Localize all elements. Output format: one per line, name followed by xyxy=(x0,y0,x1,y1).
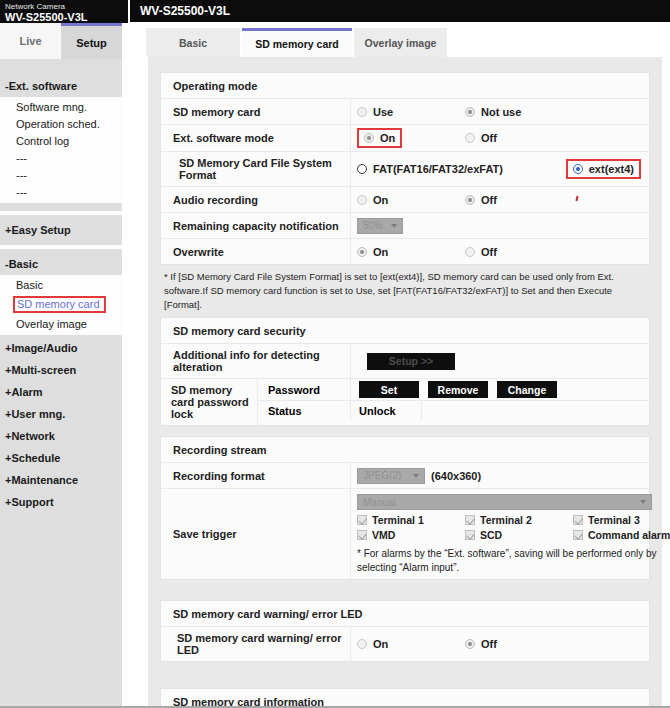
radio-option-off[interactable]: Off xyxy=(465,132,573,144)
sidebar-section-basic[interactable]: -Basic xyxy=(0,253,122,275)
model-name-left: WV-S25500-V3L xyxy=(5,11,128,23)
radio-audio-off-selected[interactable] xyxy=(465,195,475,205)
password-label: Password xyxy=(258,379,351,400)
sidebar-section-easy-setup[interactable]: +Easy Setup xyxy=(0,219,122,241)
radio-option-audio-off[interactable]: Off xyxy=(465,194,573,206)
save-trigger-dropdown[interactable]: Manual xyxy=(357,494,652,510)
model-name-main: WV-S25500-V3L xyxy=(140,4,230,18)
radio-option-led-on[interactable]: On xyxy=(357,638,465,650)
checkbox-terminal2[interactable]: Terminal 2 xyxy=(465,514,573,526)
radio-option-fat[interactable]: FAT(FAT16/FAT32/exFAT) xyxy=(357,163,503,175)
main-title-bar: WV-S25500-V3L xyxy=(130,0,670,22)
tab-overlay-image[interactable]: Overlay image xyxy=(354,28,447,57)
sd-memory-card-label: SD memory card xyxy=(161,99,351,124)
status-value: Unlock xyxy=(351,401,422,421)
sidebar-section-alarm[interactable]: +Alarm xyxy=(0,381,122,403)
operating-mode-table: Operating mode SD memory card Use Not us… xyxy=(160,72,650,265)
password-lock-label: SD memory card password lock xyxy=(161,379,258,425)
sidebar-section-multi-screen[interactable]: +Multi-screen xyxy=(0,359,122,381)
checkbox-command-alarm[interactable]: Command alarm xyxy=(573,529,670,541)
led-table: SD memory card warning/ error LED SD mem… xyxy=(160,600,650,662)
sidebar-item-software-mng[interactable]: Software mng. xyxy=(0,99,122,116)
row-save-trigger: Save trigger Manual Terminal 1 Terminal … xyxy=(161,488,649,579)
sidebar-section-image-audio[interactable]: +Image/Audio xyxy=(0,335,122,359)
save-trigger-checkboxes: Terminal 1 Terminal 2 Terminal 3 VMD SCD… xyxy=(357,514,670,544)
sidebar-section-maintenance[interactable]: +Maintenance xyxy=(0,469,122,491)
sidebar-item-overlay-image[interactable]: Overlay image xyxy=(0,316,122,333)
password-change-button[interactable]: Change xyxy=(497,381,557,398)
capacity-notification-dropdown[interactable]: 50% xyxy=(357,218,403,234)
radio-led-on[interactable] xyxy=(357,639,367,649)
sidebar-group-ext-software: Software mng. Operation sched. Control l… xyxy=(0,97,122,203)
sidebar-item-sd-memory-card[interactable]: SD memory card xyxy=(0,294,122,316)
radio-fat[interactable] xyxy=(357,164,367,174)
checkbox-icon[interactable] xyxy=(573,530,583,540)
sidebar-divider xyxy=(0,245,122,249)
checkbox-icon[interactable] xyxy=(357,530,367,540)
radio-option-overwrite-on[interactable]: On xyxy=(357,246,465,258)
audio-recording-label: Audio recording xyxy=(161,187,351,212)
sidebar-item-control-log[interactable]: Control log xyxy=(0,133,122,150)
sidebar-section-user-mng[interactable]: +User mng. xyxy=(0,403,122,425)
checkbox-terminal1[interactable]: Terminal 1 xyxy=(357,514,465,526)
radio-option-audio-on[interactable]: On xyxy=(357,194,465,206)
radio-led-off-selected[interactable] xyxy=(465,639,475,649)
radio-option-led-off[interactable]: Off xyxy=(465,638,573,650)
checkbox-icon[interactable] xyxy=(357,515,367,525)
radio-off[interactable] xyxy=(465,133,475,143)
checkbox-icon[interactable] xyxy=(465,515,475,525)
checkbox-terminal3[interactable]: Terminal 3 xyxy=(573,514,670,526)
status-label: Status xyxy=(258,401,351,421)
annotation-box-ext4: ext(ext4) xyxy=(566,159,641,179)
radio-on-selected[interactable] xyxy=(364,133,374,143)
sidebar-item-placeholder-3: --- xyxy=(0,184,122,201)
radio-overwrite-on-selected[interactable] xyxy=(357,247,367,257)
radio-overwrite-off[interactable] xyxy=(465,247,475,257)
recording-format-dropdown[interactable]: JPEG(2) xyxy=(357,468,425,484)
sidebar-item-placeholder-2: --- xyxy=(0,167,122,184)
save-trigger-label: Save trigger xyxy=(161,489,351,579)
setup-button[interactable]: Setup >> xyxy=(367,353,455,370)
checkbox-icon[interactable] xyxy=(465,530,475,540)
row-overwrite: Overwrite On Off xyxy=(161,238,649,264)
radio-option-not-use[interactable]: Not use xyxy=(465,106,573,118)
radio-option-on[interactable]: On xyxy=(364,132,395,144)
sidebar-section-schedule[interactable]: +Schedule xyxy=(0,447,122,469)
checkbox-icon[interactable] xyxy=(573,515,583,525)
save-trigger-note: * For alarms by the “Ext. software”, sav… xyxy=(357,547,670,574)
radio-use[interactable] xyxy=(357,107,367,117)
sidebar-item-basic[interactable]: Basic xyxy=(0,277,122,294)
device-type-label: Network Camera xyxy=(5,2,128,11)
password-subrow: Password Set Remove Change xyxy=(258,379,649,400)
checkbox-vmd[interactable]: VMD xyxy=(357,529,465,541)
password-set-button[interactable]: Set xyxy=(359,381,419,398)
radio-not-use-selected[interactable] xyxy=(465,107,475,117)
recording-stream-table: Recording stream Recording format JPEG(2… xyxy=(160,436,650,580)
tab-basic[interactable]: Basic xyxy=(146,28,240,57)
tab-setup[interactable]: Setup xyxy=(61,23,122,59)
tab-live[interactable]: Live xyxy=(0,23,61,59)
radio-ext4-selected[interactable] xyxy=(573,164,583,174)
radio-option-overwrite-off[interactable]: Off xyxy=(465,246,573,258)
sidebar-section-support[interactable]: +Support xyxy=(0,491,122,513)
led-label: SD memory card warning/ error LED xyxy=(161,627,351,661)
checkbox-scd[interactable]: SCD xyxy=(465,529,573,541)
recording-format-label: Recording format xyxy=(161,463,351,488)
chevron-down-icon xyxy=(391,224,397,228)
radio-option-use[interactable]: Use xyxy=(357,106,465,118)
operating-mode-title: Operating mode xyxy=(161,73,649,98)
chevron-down-icon xyxy=(640,500,646,504)
row-led: SD memory card warning/ error LED On Off xyxy=(161,626,649,661)
file-system-note: * If [SD Memory Card File System Format]… xyxy=(148,265,662,311)
radio-option-ext4[interactable]: ext(ext4) xyxy=(573,163,634,175)
sidebar-section-ext-software[interactable]: -Ext. software xyxy=(0,59,122,97)
radio-audio-on[interactable] xyxy=(357,195,367,205)
sidebar-item-operation-sched[interactable]: Operation sched. xyxy=(0,116,122,133)
recording-stream-title: Recording stream xyxy=(161,437,649,462)
sidebar-section-network[interactable]: +Network xyxy=(0,425,122,447)
row-file-system-format: SD Memory Card File System Format FAT(FA… xyxy=(161,151,649,186)
sidebar: -Ext. software Software mng. Operation s… xyxy=(0,59,122,708)
tab-sd-memory-card[interactable]: SD memory card xyxy=(242,28,352,57)
remaining-capacity-notification-label: Remaining capacity notification xyxy=(161,213,351,238)
password-remove-button[interactable]: Remove xyxy=(428,381,488,398)
